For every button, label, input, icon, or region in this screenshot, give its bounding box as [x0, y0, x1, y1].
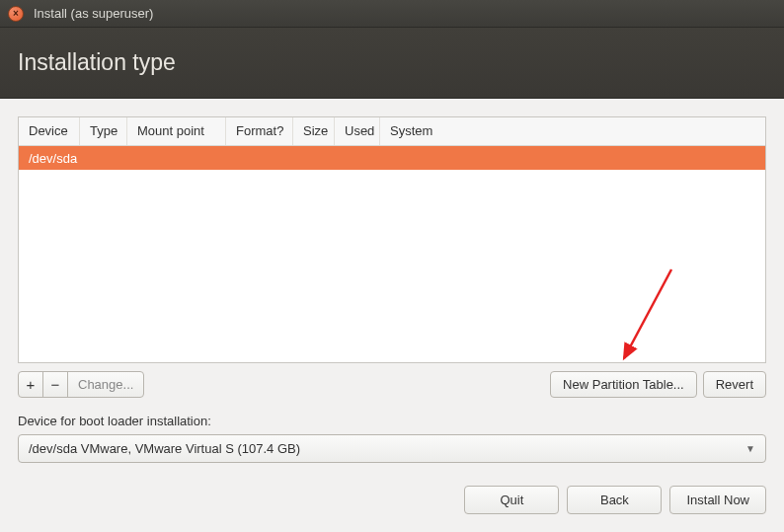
col-format[interactable]: Format? [226, 117, 293, 145]
table-row[interactable]: /dev/sda [19, 146, 765, 170]
new-partition-table-button[interactable]: New Partition Table... [550, 371, 697, 398]
bootloader-section: Device for boot loader installation: /de… [18, 414, 766, 463]
revert-button[interactable]: Revert [703, 371, 766, 398]
toolbar-left: + − Change... [18, 371, 144, 398]
col-size[interactable]: Size [293, 117, 335, 145]
cell-size [293, 155, 335, 161]
col-mount[interactable]: Mount point [127, 117, 226, 145]
titlebar: × Install (as superuser) [0, 0, 784, 28]
toolbar: + − Change... New Partition Table... Rev… [18, 371, 766, 398]
window-title: Install (as superuser) [34, 6, 153, 21]
partition-table: Device Type Mount point Format? Size Use… [18, 116, 766, 363]
col-device[interactable]: Device [19, 117, 80, 145]
add-partition-button[interactable]: + [18, 371, 43, 398]
cell-mount [127, 155, 226, 161]
bootloader-selected: /dev/sda VMware, VMware Virtual S (107.4… [29, 441, 300, 456]
content: Device Type Mount point Format? Size Use… [0, 99, 784, 532]
remove-partition-button[interactable]: − [42, 371, 68, 398]
col-used[interactable]: Used [335, 117, 380, 145]
bootloader-dropdown[interactable]: /dev/sda VMware, VMware Virtual S (107.4… [18, 434, 766, 463]
footer-buttons: Quit Back Install Now [464, 486, 766, 514]
cell-format [226, 155, 293, 161]
quit-button[interactable]: Quit [464, 486, 559, 514]
cell-type [80, 155, 127, 161]
chevron-down-icon: ▼ [745, 443, 755, 454]
cell-device: /dev/sda [19, 148, 80, 169]
col-system[interactable]: System [380, 117, 765, 145]
table-header: Device Type Mount point Format? Size Use… [19, 117, 765, 146]
toolbar-right: New Partition Table... Revert [544, 371, 766, 398]
header: Installation type [0, 28, 784, 99]
close-icon: × [13, 9, 19, 19]
page-title: Installation type [18, 49, 176, 76]
back-button[interactable]: Back [567, 486, 662, 514]
col-type[interactable]: Type [80, 117, 127, 145]
install-now-button[interactable]: Install Now [669, 486, 766, 514]
close-button[interactable]: × [8, 6, 24, 22]
change-partition-button[interactable]: Change... [67, 371, 144, 398]
cell-system [380, 155, 765, 161]
cell-used [335, 155, 380, 161]
bootloader-label: Device for boot loader installation: [18, 414, 766, 428]
